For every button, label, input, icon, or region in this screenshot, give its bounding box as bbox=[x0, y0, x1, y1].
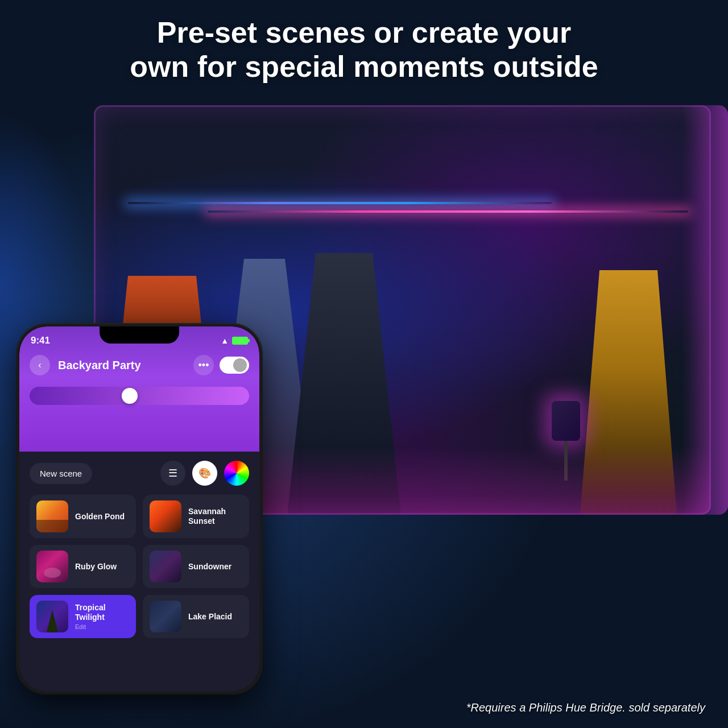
scene-item-sundowner[interactable]: Sundowner bbox=[143, 545, 249, 588]
bottom-caption: *Requires a Philips Hue Bridge. sold sep… bbox=[466, 701, 705, 714]
scene-grid: Golden Pond Savannah Sunset Ruby Glow bbox=[19, 495, 259, 638]
light-strip-pink bbox=[208, 210, 688, 213]
scene-info-tropical-twilight: Tropical Twilight Edit bbox=[75, 603, 129, 630]
scene-name-lake-placid: Lake Placid bbox=[188, 612, 232, 622]
scene-item-ruby-glow[interactable]: Ruby Glow bbox=[30, 545, 136, 588]
back-icon: ‹ bbox=[38, 360, 41, 370]
scene-item-lake-placid[interactable]: Lake Placid bbox=[143, 595, 249, 638]
list-view-button[interactable]: ☰ bbox=[160, 461, 185, 486]
scene-name-golden-pond: Golden Pond bbox=[75, 512, 125, 522]
brightness-slider-thumb[interactable] bbox=[122, 388, 138, 404]
battery-icon bbox=[232, 337, 248, 345]
more-button[interactable]: ••• bbox=[193, 355, 214, 375]
scene-info-ruby-glow: Ruby Glow bbox=[75, 562, 117, 572]
app-content: New scene ☰ 🎨 bbox=[19, 452, 259, 692]
headline-line2: own for special moments outside bbox=[130, 50, 598, 83]
more-icon: ••• bbox=[198, 359, 209, 371]
scene-thumb-golden-pond bbox=[36, 500, 68, 532]
back-button[interactable]: ‹ bbox=[30, 355, 50, 375]
scene-thumb-ruby-glow bbox=[36, 551, 68, 582]
scene-info-sundowner: Sundowner bbox=[188, 562, 231, 572]
headline-line1: Pre-set scenes or create your bbox=[157, 16, 571, 49]
scene-name-sundowner: Sundowner bbox=[188, 562, 231, 572]
phone-screen: 9:41 ▲ ‹ Backyard Party ••• bbox=[19, 326, 259, 692]
palette-icon: 🎨 bbox=[198, 467, 211, 479]
scene-info-savannah-sunset: Savannah Sunset bbox=[188, 507, 242, 526]
scene-item-tropical-twilight[interactable]: Tropical Twilight Edit bbox=[30, 595, 136, 638]
purple-glow-right bbox=[682, 105, 728, 515]
status-icons: ▲ bbox=[221, 336, 248, 345]
scene-thumb-lake-placid bbox=[150, 601, 181, 632]
brightness-slider-container bbox=[30, 387, 249, 405]
wifi-icon: ▲ bbox=[221, 336, 229, 345]
new-scene-button[interactable]: New scene bbox=[30, 463, 92, 484]
scene-name-savannah-sunset: Savannah Sunset bbox=[188, 507, 242, 526]
list-icon: ☰ bbox=[168, 467, 177, 479]
status-time: 9:41 bbox=[31, 335, 50, 346]
scene-info-golden-pond: Golden Pond bbox=[75, 512, 125, 522]
scene-item-savannah-sunset[interactable]: Savannah Sunset bbox=[143, 495, 249, 538]
palette-button[interactable]: 🎨 bbox=[192, 461, 217, 486]
color-wheel-button[interactable] bbox=[224, 461, 249, 486]
toolbar-row: New scene ☰ 🎨 bbox=[19, 452, 259, 495]
header-nav: ‹ Backyard Party ••• bbox=[30, 355, 249, 375]
scene-item-golden-pond[interactable]: Golden Pond bbox=[30, 495, 136, 538]
toggle-thumb bbox=[233, 358, 247, 372]
scene-thumb-tropical-twilight bbox=[36, 601, 68, 632]
notch bbox=[100, 326, 179, 344]
phone-inner: 9:41 ▲ ‹ Backyard Party ••• bbox=[19, 326, 259, 692]
light-strip-blue bbox=[128, 202, 552, 204]
phone: 9:41 ▲ ‹ Backyard Party ••• bbox=[17, 324, 262, 694]
scene-info-lake-placid: Lake Placid bbox=[188, 612, 232, 622]
scene-subtitle-tropical-twilight: Edit bbox=[75, 623, 129, 630]
scene-thumb-savannah-sunset bbox=[150, 500, 181, 532]
scene-name-tropical-twilight: Tropical Twilight bbox=[75, 603, 129, 622]
headline: Pre-set scenes or create your own for sp… bbox=[0, 16, 728, 84]
lamp-body bbox=[552, 401, 580, 441]
new-scene-label: New scene bbox=[40, 469, 82, 478]
header-title: Backyard Party bbox=[58, 359, 193, 372]
scene-thumb-sundowner bbox=[150, 551, 181, 582]
toggle-button[interactable] bbox=[220, 357, 249, 374]
brightness-slider-track[interactable] bbox=[30, 387, 249, 405]
scene-name-ruby-glow: Ruby Glow bbox=[75, 562, 117, 572]
